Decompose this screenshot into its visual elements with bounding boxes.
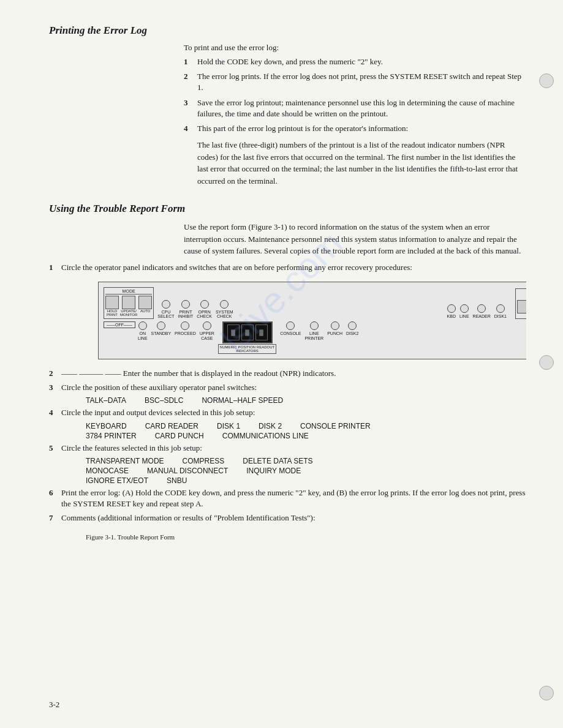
hold-print-label: HOLDPRINT <box>107 309 118 317</box>
readout-display: ▓ ▓ ▓ <box>222 321 273 343</box>
block-text: The last five (three-digit) numbers of t… <box>197 139 526 187</box>
system-check-label: SYSTEMCHECK <box>216 310 233 319</box>
trouble-step-6: 6 Print the error log: (A) Hold the CODE… <box>49 487 526 509</box>
step4-item-3: DISK 2 <box>259 422 282 430</box>
extend-labels: INTRP DISK <box>517 313 526 317</box>
line-top-label: LINE <box>459 314 469 319</box>
step5-item-5: INQUIRY MODE <box>246 467 301 475</box>
step3-item-1: BSC–SDLC <box>145 396 183 405</box>
step3-items-list: TALK–DATA BSC–SDLC NORMAL–HALF SPEED <box>86 396 526 405</box>
step5-item-3: MONOCASE <box>86 467 129 475</box>
console-label: CONSOLE <box>280 331 301 336</box>
heading-printing-error-log: Printing the Error Log <box>49 24 526 37</box>
step5-row1: TRANSPARENT MODE COMPRESS DELETE DATA SE… <box>86 457 526 465</box>
cpu-select-group: CPUSELECT <box>157 300 174 319</box>
mode-label: MODE <box>105 289 152 295</box>
hold-print-btn <box>105 296 119 309</box>
trouble-step-4: 4 Circle the input and output devices se… <box>49 407 526 418</box>
standby-label: STANDBY <box>151 331 172 336</box>
punch-label: PUNCH <box>327 331 342 336</box>
upper-case-label: UPPERCASE <box>200 331 214 340</box>
tab-indicator-top <box>539 73 554 88</box>
alarm-btn <box>517 300 526 313</box>
step-1: 1 Hold the CODE key down, and press the … <box>184 56 526 67</box>
step-2: 2 The error log prints. If the error log… <box>184 71 526 93</box>
step4-item-0: KEYBOARD <box>86 422 127 430</box>
step3-item-0: TALK–DATA <box>86 396 126 405</box>
extend-box: EXTEND/ALARM INTRP DISK <box>515 288 526 319</box>
trouble-step-2: 2 —— ——— —— Enter the number that is dis… <box>49 368 526 379</box>
disk2-label: DISK2 <box>346 331 358 336</box>
step5-items: TRANSPARENT MODE COMPRESS DELETE DATA SE… <box>86 457 526 485</box>
tab-indicator-bot <box>539 686 554 700</box>
update-monitor-label: UPDATE/MONITOR <box>120 309 137 317</box>
step5-item-1: COMPRESS <box>183 457 225 465</box>
cpu-select-indicator <box>162 300 170 309</box>
step5-item-2: DELETE DATA SETS <box>243 457 312 465</box>
step4-item-4: CONSOLE PRINTER <box>300 422 371 430</box>
oprn-check-indicator <box>200 300 209 309</box>
kbd-group: KBD <box>447 304 456 319</box>
kbd-label: KBD <box>447 314 456 319</box>
line-top-indicator <box>460 304 469 313</box>
panel-bottom-row: ——OFF—— ONLINE STANDBY PROCEED <box>102 320 526 356</box>
kbd-indicator <box>447 304 456 313</box>
trouble-step-5: 5 Circle the features selected in this j… <box>49 443 526 454</box>
step5-item-6: IGNORE ETX/EOT <box>86 476 148 485</box>
proceed-indicator <box>181 321 189 330</box>
intro-trouble: Use the report form (Figure 3-1) to reco… <box>184 221 526 257</box>
auto-label: AUTO <box>140 309 151 313</box>
off-bar-left: ——OFF—— <box>104 321 135 328</box>
disk2-group: DISK2 <box>346 321 358 336</box>
on-line-indicator <box>138 321 147 330</box>
step3-items: TALK–DATA BSC–SDLC NORMAL–HALF SPEED <box>86 396 526 405</box>
step4-row1: KEYBOARD CARD READER DISK 1 DISK 2 CONSO… <box>86 422 526 430</box>
disk1-label: DISK1 <box>494 314 507 319</box>
digit-1: ▓ <box>227 325 240 340</box>
readout-label: NUMERIC POSITION READOUTINDICATORS <box>218 344 276 354</box>
standby-indicator <box>157 321 165 330</box>
disk1-group: DISK1 <box>494 304 507 319</box>
disk2-indicator <box>348 321 357 330</box>
system-check-group: SYSTEMCHECK <box>216 300 233 319</box>
line-printer-label: LINEPRINTER <box>304 331 323 340</box>
step5-item-7: SNBU <box>167 476 187 485</box>
section-trouble-report: Using the Trouble Report Form Use the re… <box>49 203 526 541</box>
page-number: 3-2 <box>49 700 59 710</box>
heading-trouble-report: Using the Trouble Report Form <box>49 203 526 215</box>
alarm-lbl <box>517 313 526 317</box>
operator-panel: MODE HOLDPRINT UPDATE/MONITOR AUTO <box>98 282 526 359</box>
print-inhibit-indicator <box>181 300 190 309</box>
mode-update: UPDATE/MONITOR <box>120 296 137 317</box>
section-printing-error-log: Printing the Error Log To print and use … <box>49 24 526 192</box>
step5-item-0: TRANSPARENT MODE <box>86 457 164 465</box>
line-printer-group: LINEPRINTER <box>304 321 323 340</box>
intro-printing: To print and use the error log: <box>184 43 526 53</box>
reader-indicator <box>477 304 486 313</box>
extend-btns <box>517 300 526 313</box>
console-group: CONSOLE <box>280 321 301 336</box>
step4-item-7: COMMUNICATIONS LINE <box>222 432 309 440</box>
step-3: 3 Save the error log printout; maintenan… <box>184 97 526 119</box>
digit-3: ▓ <box>255 325 268 340</box>
step4-items: KEYBOARD CARD READER DISK 1 DISK 2 CONSO… <box>86 422 526 440</box>
panel-diagram-container: MODE HOLDPRINT UPDATE/MONITOR AUTO <box>61 277 526 364</box>
trouble-step-1: 1 Circle the operator panel indicators a… <box>49 262 526 273</box>
cpu-select-label: CPUSELECT <box>157 310 174 319</box>
step4-row2: 3784 PRINTER CARD PUNCH COMMUNICATIONS L… <box>86 432 526 440</box>
trouble-step-7: 7 Comments (additional information or re… <box>49 512 526 523</box>
line-printer-indicator <box>310 321 319 330</box>
step3-item-2: NORMAL–HALF SPEED <box>202 396 283 405</box>
reader-label: READER <box>473 314 491 319</box>
console-indicator <box>286 321 295 330</box>
step5-item-4: MANUAL DISCONNECT <box>147 467 228 475</box>
step-4: 4 This part of the error log printout is… <box>184 123 526 134</box>
oprn-check-label: OPRNCHECK <box>197 310 212 319</box>
trouble-step-3: 3 Circle the position of these auxiliary… <box>49 382 526 393</box>
proceed-label: PROCEED <box>175 331 196 336</box>
mode-hold: HOLDPRINT <box>105 296 119 317</box>
on-line-label: ONLINE <box>138 331 148 340</box>
steps-printing: 1 Hold the CODE key down, and press the … <box>184 56 526 134</box>
upper-case-group: UPPERCASE <box>200 321 214 340</box>
reader-group: READER <box>473 304 491 319</box>
